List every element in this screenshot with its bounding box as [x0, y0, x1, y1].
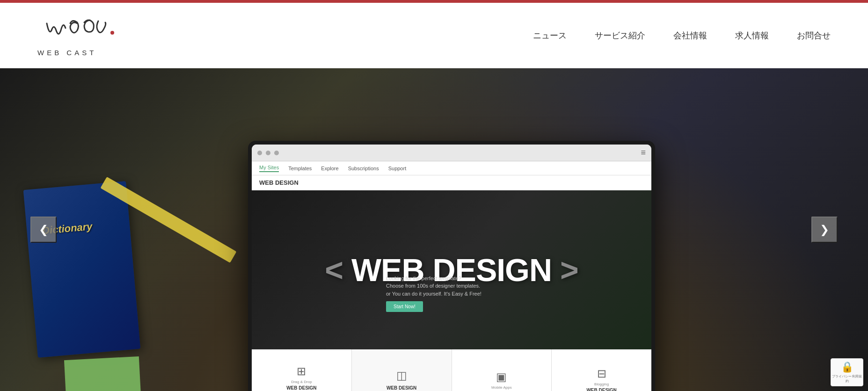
drag-drop-icon: ⊞: [297, 365, 306, 378]
nav-item-services[interactable]: サービス紹介: [595, 30, 645, 41]
hero-section: Dictionary ≡ My Sites Templates Explore …: [0, 68, 868, 391]
site-header: WEB CAST ニュース サービス紹介 会社情報 求人情報 お問合せ: [0, 3, 868, 68]
hero-sub-content: Looking for the perfect template? Choose…: [386, 275, 517, 312]
laptop-screen: ≡ My Sites Templates Explore Subscriptio…: [248, 141, 655, 391]
sticky-note-decoration: [64, 356, 142, 391]
laptop-inner: ≡ My Sites Templates Explore Subscriptio…: [252, 145, 651, 391]
feature-web-design: ◫ WEB DESIGN: [352, 349, 452, 391]
hero-description: Looking for the perfect template? Choose…: [386, 275, 517, 298]
site-hero-area: < WEB DESIGN > Looking for the perfect t…: [252, 190, 651, 349]
recaptcha-text: プライバシー 利用規約: [831, 374, 863, 384]
bracket-right: >: [552, 252, 578, 288]
main-nav: ニュース サービス紹介 会社情報 求人情報 お問合せ: [533, 30, 831, 41]
browser-nav: My Sites Templates Explore Subscriptions…: [252, 161, 651, 175]
recaptcha-icon: 🔒: [841, 361, 853, 373]
browser-dot-2: [266, 151, 270, 155]
browser-nav-templates: Templates: [288, 166, 312, 171]
nav-item-news[interactable]: ニュース: [533, 30, 567, 41]
blogging-icon: ⊟: [597, 367, 606, 380]
web-design-title: WEB DESIGN: [387, 385, 416, 391]
svg-point-0: [110, 31, 114, 35]
logo-icon: [37, 14, 122, 47]
browser-dot-1: [257, 151, 262, 155]
browser-nav-explore: Explore: [321, 166, 338, 171]
logo-text: WEB CAST: [37, 49, 96, 57]
prev-arrow-button[interactable]: ❮: [30, 217, 57, 243]
browser-dot-3: [274, 151, 279, 155]
blogging-label: Blogging: [594, 382, 609, 386]
feature-blogging: ⊟ Blogging WEB DESIGN: [552, 349, 651, 391]
next-arrow-button[interactable]: ❯: [811, 217, 838, 243]
feature-drag-drop: ⊞ Drag & Drop WEB DESIGN: [252, 349, 352, 391]
site-brand: WEB DESIGN: [252, 175, 651, 190]
web-design-icon: ◫: [396, 369, 407, 382]
nav-item-careers[interactable]: 求人情報: [735, 30, 769, 41]
logo-area: WEB CAST: [37, 14, 122, 57]
bracket-left: <: [325, 252, 351, 288]
nav-item-contact[interactable]: お問合せ: [797, 30, 831, 41]
blogging-title: WEB DESIGN: [586, 388, 616, 391]
browser-nav-mysites: My Sites: [259, 165, 279, 172]
dictionary-decoration: [23, 181, 141, 358]
feature-mobile: ▣ Mobile Apps: [452, 349, 552, 391]
browser-nav-support: Support: [388, 166, 407, 171]
browser-chrome: ≡: [252, 145, 651, 161]
recaptcha-badge: 🔒 プライバシー 利用規約: [831, 358, 863, 386]
drag-drop-title: WEB DESIGN: [286, 385, 316, 391]
nav-item-company[interactable]: 会社情報: [673, 30, 707, 41]
drag-drop-label: Drag & Drop: [291, 380, 312, 384]
site-features: ⊞ Drag & Drop WEB DESIGN ◫ WEB DESIGN ▣ …: [252, 349, 651, 391]
browser-menu-icon: ≡: [641, 148, 646, 158]
browser-nav-subscriptions: Subscriptions: [348, 166, 379, 171]
mobile-icon: ▣: [496, 370, 507, 384]
mobile-label: Mobile Apps: [491, 385, 512, 390]
start-now-button[interactable]: Start Now!: [386, 301, 423, 312]
